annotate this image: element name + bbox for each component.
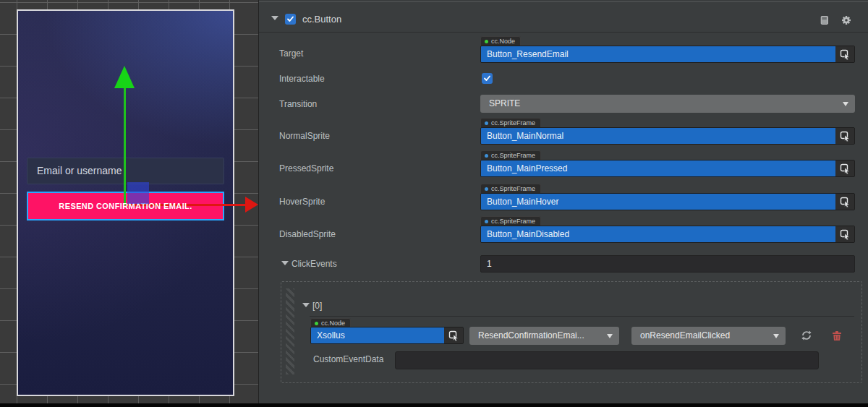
custom-event-data-label: CustomEventData [313,354,383,365]
target-node-field[interactable]: Button_ResendEmail [480,46,855,63]
event0-node-value[interactable]: Xsollus [311,327,444,343]
spriteframe-type-dot-icon [485,154,488,158]
component-collapse-chevron-icon[interactable] [271,16,278,20]
editor-window: Email or username RESEND CONFIRMATION EM… [0,0,868,407]
spriteframe-type-dot-icon [485,220,488,223]
interactable-checkbox[interactable] [482,73,493,84]
click-events-collapse-chevron-icon[interactable] [281,261,289,265]
event0-collapse-chevron-icon[interactable] [302,303,310,307]
disabled-sprite-picker-button[interactable] [835,226,854,242]
pressed-sprite-picker-button[interactable] [835,160,854,176]
normal-sprite-label: NormalSprite [279,130,330,142]
node-picker-icon [840,131,851,142]
chevron-down-icon [607,334,613,338]
chevron-down-icon [773,334,779,338]
header-divider [259,32,868,33]
normal-sprite-field[interactable]: Button_MainNormal [480,127,855,145]
disabled-sprite-type-tag: cc.SpriteFrame [480,216,541,226]
gizmo-x-axis-arrow-icon[interactable] [245,197,258,213]
window-bottom-edge [0,403,868,407]
disabled-sprite-label: DisabledSprite [279,228,336,240]
pressed-sprite-type-tag: cc.SpriteFrame [480,150,541,160]
normal-sprite-picker-button[interactable] [835,128,854,144]
disabled-sprite-value[interactable]: Button_MainDisabled [481,226,835,242]
target-node-value[interactable]: Button_ResendEmail [481,46,835,62]
transition-dropdown[interactable]: SPRITE [480,95,855,113]
gear-icon [841,14,852,26]
target-label: Target [279,48,303,59]
pressed-sprite-field[interactable]: Button_MainPressed [480,160,855,177]
pressed-sprite-value[interactable]: Button_MainPressed [481,160,835,176]
spriteframe-type-dot-icon [485,121,488,125]
hover-sprite-field[interactable]: Button_MainHover [480,193,855,210]
event0-component-dropdown[interactable]: ResendConfirmationEmai... [469,327,619,345]
pressed-sprite-label: PressedSprite [279,163,333,174]
target-node-picker-button[interactable] [835,46,854,62]
hover-sprite-value[interactable]: Button_MainHover [481,194,835,210]
panel-top-divider [259,1,868,2]
click-events-label: ClickEvents [292,258,337,270]
node-type-dot-icon [485,40,488,43]
hover-sprite-picker-button[interactable] [835,194,854,210]
inspector-panel: cc.Button Target cc.Node Bu [258,0,868,403]
node-picker-icon [840,163,851,174]
node-picker-icon [840,197,851,207]
node-type-dot-icon [315,322,318,325]
chevron-down-icon [843,102,848,106]
normal-sprite-type-tag: cc.SpriteFrame [480,118,541,127]
hover-sprite-type-tag: cc.SpriteFrame [480,184,541,193]
node-picker-icon [448,330,459,341]
checkmark-icon [483,74,491,82]
gizmo-center-handle[interactable] [127,182,149,204]
checkmark-icon [286,15,294,23]
component-settings-button[interactable] [839,13,854,27]
target-type-tag: cc.Node [480,36,521,46]
event0-delete-button[interactable] [830,329,843,342]
transition-label: Transition [279,98,317,110]
interactable-label: Interactable [279,73,325,85]
custom-event-data-field[interactable] [395,351,819,369]
component-title: cc.Button [302,14,341,25]
event0-divider [310,316,854,317]
refresh-icon [801,330,812,341]
help-book-button[interactable] [817,13,832,27]
resend-button-label: RESEND CONFIRMATION EMAIL. [59,202,192,210]
trash-icon [832,330,842,341]
component-enabled-checkbox[interactable] [285,14,296,25]
scene-view[interactable]: Email or username RESEND CONFIRMATION EM… [0,0,258,403]
gizmo-y-axis-line [124,87,126,205]
normal-sprite-value[interactable]: Button_MainNormal [481,128,835,144]
drag-handle[interactable] [286,288,294,374]
gizmo-y-axis-arrow-icon[interactable] [114,66,135,88]
node-picker-icon [840,229,851,240]
hover-sprite-label: HoverSprite [279,196,325,207]
spriteframe-type-dot-icon [485,187,488,191]
node-picker-icon [840,49,851,60]
click-events-count-field[interactable]: 1 [480,255,855,273]
book-icon [819,14,830,26]
disabled-sprite-field[interactable]: Button_MainDisabled [480,226,855,243]
event0-handler-dropdown[interactable]: onResendEmailClicked [631,327,786,345]
event0-refresh-button[interactable] [799,328,814,343]
event0-node-field[interactable]: Xsollus [310,327,464,344]
event0-node-picker-button[interactable] [444,327,463,343]
event0-index-label: [0] [312,300,322,312]
